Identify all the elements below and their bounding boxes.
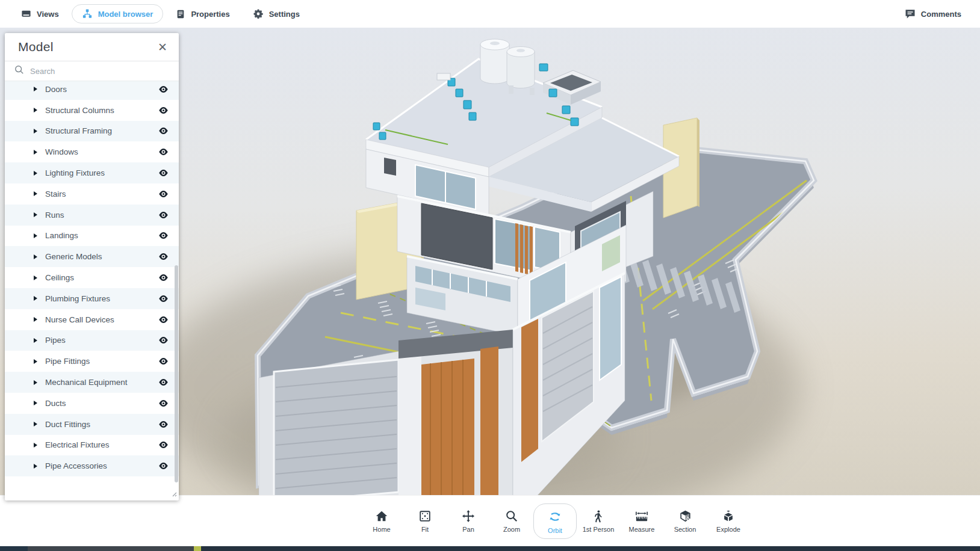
category-label: Structural Columns [45,106,158,115]
tool-label: Measure [629,526,655,533]
category-label: Pipes [45,336,158,345]
category-label: Doors [45,85,158,94]
orbit-icon [548,509,562,524]
category-mechanical-equipment[interactable]: Mechanical Equipment [5,372,179,393]
tab-label: Properties [191,10,229,19]
category-windows[interactable]: Windows [5,141,179,162]
caret-right-icon[interactable] [34,212,37,217]
search-bar[interactable] [5,61,179,81]
caret-right-icon[interactable] [34,191,37,196]
tool-label: Pan [462,526,474,533]
orange-door-small [480,346,498,495]
caret-right-icon[interactable] [34,233,37,238]
scrollbar-thumb[interactable] [175,265,178,482]
caret-right-icon[interactable] [34,443,37,448]
eye-icon[interactable] [158,379,169,386]
caret-right-icon[interactable] [34,359,37,364]
eye-icon[interactable] [158,295,169,302]
eye-icon[interactable] [158,400,169,407]
rooftop-sink [437,73,450,80]
tab-views[interactable]: Views [11,5,69,23]
eye-icon[interactable] [158,253,169,260]
category-stairs[interactable]: Stairs [5,183,179,205]
model-browser-icon [82,8,93,19]
category-pipe-accessories[interactable]: Pipe Accessories [5,455,179,476]
eye-icon[interactable] [158,128,169,134]
category-lighting-fixtures[interactable]: Lighting Fixtures [5,162,179,183]
tab-settings[interactable]: Settings [243,4,310,23]
tool-zoom[interactable]: Zoom [490,503,533,539]
eye-icon[interactable] [158,232,169,239]
caret-right-icon[interactable] [34,296,37,301]
category-electrical-fixtures[interactable]: Electrical Fixtures [5,435,179,456]
category-structural-columns[interactable]: Structural Columns [5,100,179,121]
category-doors[interactable]: Doors [5,81,179,100]
category-structural-framing[interactable]: Structural Framing [5,121,179,142]
caret-right-icon[interactable] [34,171,37,176]
category-landings[interactable]: Landings [5,226,179,247]
search-icon [14,65,24,77]
eye-icon[interactable] [158,212,169,218]
eye-icon[interactable] [158,442,169,448]
caret-right-icon[interactable] [34,464,37,469]
tab-label: Settings [269,10,300,19]
caret-right-icon[interactable] [34,108,37,112]
eye-icon[interactable] [158,463,169,469]
category-label: Generic Models [45,252,158,261]
tool-explode[interactable]: Explode [707,503,750,539]
category-pipes[interactable]: Pipes [5,330,179,351]
tool-home[interactable]: Home [360,503,403,539]
tab-properties[interactable]: Properties [166,5,240,23]
tool-orbit[interactable]: Orbit [533,503,577,539]
eye-icon[interactable] [158,274,169,281]
caret-right-icon[interactable] [34,276,37,280]
close-icon[interactable]: ✕ [155,40,170,55]
tab-model-browser[interactable]: Model browser [72,4,164,23]
eye-icon[interactable] [158,149,169,155]
category-generic-models[interactable]: Generic Models [5,246,179,267]
tool-fit[interactable]: Fit [403,503,447,539]
category-ducts[interactable]: Ducts [5,393,179,414]
category-pipe-fittings[interactable]: Pipe Fittings [5,351,179,372]
resize-handle-icon[interactable] [171,488,177,499]
eye-icon[interactable] [158,191,169,197]
tab-comments[interactable]: Comments [895,4,972,23]
eye-icon[interactable] [158,337,169,343]
eye-icon[interactable] [158,358,169,365]
first-person-icon [592,509,605,523]
tool-measure[interactable]: Measure [620,503,663,539]
caret-right-icon[interactable] [34,317,37,322]
category-ceilings[interactable]: Ceilings [5,267,179,288]
eye-icon[interactable] [158,86,169,93]
search-input[interactable] [30,67,150,76]
category-label: Plumbing Fixtures [45,294,158,303]
category-duct-fittings[interactable]: Duct Fittings [5,414,179,435]
caret-right-icon[interactable] [34,380,37,385]
caret-right-icon[interactable] [34,129,37,134]
caret-right-icon[interactable] [34,338,37,343]
eye-icon[interactable] [158,107,169,114]
tool-1st-person[interactable]: 1st Person [577,503,620,539]
eye-icon[interactable] [158,316,169,323]
panel-footer [5,491,179,500]
category-runs[interactable]: Runs [5,205,179,226]
caret-right-icon[interactable] [34,87,37,91]
panel-scrollbar[interactable] [174,81,178,491]
eye-icon[interactable] [158,170,169,176]
category-nurse-call-devices[interactable]: Nurse Call Devices [5,309,179,330]
home-icon [375,509,388,523]
garage-door [274,360,399,495]
fit-icon [418,509,432,523]
category-plumbing-fixtures[interactable]: Plumbing Fixtures [5,288,179,309]
tab-label: Model browser [98,10,154,19]
eye-icon[interactable] [158,421,169,428]
category-label: Lighting Fixtures [45,168,158,177]
caret-right-icon[interactable] [34,422,37,426]
caret-right-icon[interactable] [34,150,37,155]
tool-section[interactable]: Section [663,503,707,539]
category-label: Mechanical Equipment [45,378,158,387]
caret-right-icon[interactable] [34,401,37,405]
caret-right-icon[interactable] [34,254,37,259]
tool-pan[interactable]: Pan [447,503,490,539]
category-list[interactable]: DoorsStructural ColumnsStructural Framin… [5,81,179,491]
